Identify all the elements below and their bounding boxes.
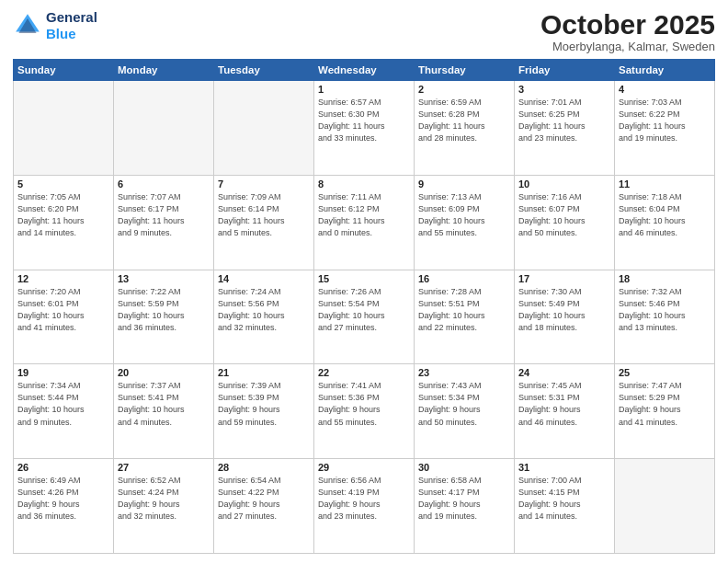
day-info: Sunrise: 7:01 AMSunset: 6:25 PMDaylight:… [518,97,610,144]
day-cell: 16Sunrise: 7:28 AMSunset: 5:51 PMDayligh… [415,270,515,364]
day-number: 18 [619,273,711,284]
day-info: Sunrise: 7:45 AMSunset: 5:31 PMDaylight:… [518,380,610,428]
weekday-header-saturday: Saturday [615,60,715,81]
day-cell: 14Sunrise: 7:24 AMSunset: 5:56 PMDayligh… [214,270,314,364]
day-cell: 30Sunrise: 6:58 AMSunset: 4:17 PMDayligh… [415,459,515,554]
day-info: Sunrise: 7:22 AMSunset: 5:59 PMDaylight:… [118,286,210,334]
day-number: 7 [218,178,310,190]
day-info: Sunrise: 7:43 AMSunset: 5:34 PMDaylight:… [418,380,510,428]
day-number: 24 [518,367,610,378]
day-info: Sunrise: 7:47 AMSunset: 5:29 PMDaylight:… [619,380,711,428]
day-number: 2 [418,84,510,95]
day-cell: 18Sunrise: 7:32 AMSunset: 5:46 PMDayligh… [615,270,715,364]
day-info: Sunrise: 7:11 AMSunset: 6:12 PMDaylight:… [318,191,410,239]
day-cell: 17Sunrise: 7:30 AMSunset: 5:49 PMDayligh… [515,270,615,364]
week-row-2: 12Sunrise: 7:20 AMSunset: 6:01 PMDayligh… [14,270,715,364]
day-cell: 27Sunrise: 6:52 AMSunset: 4:24 PMDayligh… [114,459,214,554]
weekday-header-tuesday: Tuesday [214,60,314,81]
day-cell [214,81,314,176]
weekday-row: SundayMondayTuesdayWednesdayThursdayFrid… [14,60,715,81]
day-cell: 8Sunrise: 7:11 AMSunset: 6:12 PMDaylight… [314,175,415,270]
day-cell: 28Sunrise: 6:54 AMSunset: 4:22 PMDayligh… [214,459,314,554]
day-cell: 31Sunrise: 7:00 AMSunset: 4:15 PMDayligh… [515,459,615,554]
day-info: Sunrise: 6:54 AMSunset: 4:22 PMDaylight:… [218,475,310,523]
weekday-header-friday: Friday [515,60,615,81]
day-cell: 11Sunrise: 7:18 AMSunset: 6:04 PMDayligh… [615,175,715,270]
day-cell: 12Sunrise: 7:20 AMSunset: 6:01 PMDayligh… [14,270,114,364]
day-number: 27 [118,462,210,473]
logo: General Blue [13,9,97,42]
day-info: Sunrise: 7:18 AMSunset: 6:04 PMDaylight:… [619,191,711,239]
day-cell [114,81,214,176]
weekday-header-wednesday: Wednesday [314,60,415,81]
day-cell: 2Sunrise: 6:59 AMSunset: 6:28 PMDaylight… [415,81,515,176]
day-cell: 26Sunrise: 6:49 AMSunset: 4:26 PMDayligh… [14,459,114,554]
day-info: Sunrise: 7:24 AMSunset: 5:56 PMDaylight:… [218,286,310,334]
month-title: October 2025 [540,9,715,40]
day-info: Sunrise: 7:34 AMSunset: 5:44 PMDaylight:… [17,380,109,428]
day-cell: 25Sunrise: 7:47 AMSunset: 5:29 PMDayligh… [615,364,715,459]
week-row-0: 1Sunrise: 6:57 AMSunset: 6:30 PMDaylight… [14,81,715,176]
day-number: 28 [218,462,310,473]
week-row-1: 5Sunrise: 7:05 AMSunset: 6:20 PMDaylight… [14,175,715,270]
day-info: Sunrise: 7:00 AMSunset: 4:15 PMDaylight:… [518,475,610,523]
day-info: Sunrise: 7:05 AMSunset: 6:20 PMDaylight:… [17,191,109,239]
day-info: Sunrise: 6:59 AMSunset: 6:28 PMDaylight:… [418,97,510,144]
day-info: Sunrise: 7:37 AMSunset: 5:41 PMDaylight:… [118,380,210,428]
day-number: 26 [17,462,109,473]
day-info: Sunrise: 7:13 AMSunset: 6:09 PMDaylight:… [418,191,510,239]
day-cell [615,459,715,554]
day-info: Sunrise: 6:52 AMSunset: 4:24 PMDaylight:… [118,475,210,523]
day-info: Sunrise: 7:09 AMSunset: 6:14 PMDaylight:… [218,191,310,239]
day-info: Sunrise: 7:07 AMSunset: 6:17 PMDaylight:… [118,191,210,239]
day-number: 25 [619,367,711,378]
day-number: 5 [17,178,109,190]
day-info: Sunrise: 6:49 AMSunset: 4:26 PMDaylight:… [17,475,109,523]
day-cell: 23Sunrise: 7:43 AMSunset: 5:34 PMDayligh… [415,364,515,459]
day-cell: 19Sunrise: 7:34 AMSunset: 5:44 PMDayligh… [14,364,114,459]
day-info: Sunrise: 7:03 AMSunset: 6:22 PMDaylight:… [619,97,711,144]
day-number: 13 [118,273,210,284]
page: General Blue October 2025 Moerbylanga, K… [0,0,728,563]
calendar-header: SundayMondayTuesdayWednesdayThursdayFrid… [14,60,715,81]
logo-icon [13,11,42,40]
day-number: 15 [318,273,410,284]
day-number: 21 [218,367,310,378]
day-number: 12 [17,273,109,284]
day-number: 10 [518,178,610,190]
day-info: Sunrise: 7:41 AMSunset: 5:36 PMDaylight:… [318,380,410,428]
week-row-3: 19Sunrise: 7:34 AMSunset: 5:44 PMDayligh… [14,364,715,459]
day-cell: 13Sunrise: 7:22 AMSunset: 5:59 PMDayligh… [114,270,214,364]
day-cell: 9Sunrise: 7:13 AMSunset: 6:09 PMDaylight… [415,175,515,270]
day-number: 30 [418,462,510,473]
day-number: 1 [318,84,410,95]
day-number: 16 [418,273,510,284]
day-info: Sunrise: 7:20 AMSunset: 6:01 PMDaylight:… [17,286,109,334]
day-info: Sunrise: 6:58 AMSunset: 4:17 PMDaylight:… [418,475,510,523]
day-cell: 15Sunrise: 7:26 AMSunset: 5:54 PMDayligh… [314,270,415,364]
day-number: 19 [17,367,109,378]
day-cell: 10Sunrise: 7:16 AMSunset: 6:07 PMDayligh… [515,175,615,270]
day-number: 14 [218,273,310,284]
day-number: 23 [418,367,510,378]
day-cell: 1Sunrise: 6:57 AMSunset: 6:30 PMDaylight… [314,81,415,176]
day-cell: 22Sunrise: 7:41 AMSunset: 5:36 PMDayligh… [314,364,415,459]
weekday-header-monday: Monday [114,60,214,81]
day-info: Sunrise: 7:30 AMSunset: 5:49 PMDaylight:… [518,286,610,334]
day-number: 8 [318,178,410,190]
day-cell [14,81,114,176]
day-cell: 20Sunrise: 7:37 AMSunset: 5:41 PMDayligh… [114,364,214,459]
day-number: 6 [118,178,210,190]
day-info: Sunrise: 6:56 AMSunset: 4:19 PMDaylight:… [318,475,410,523]
day-cell: 7Sunrise: 7:09 AMSunset: 6:14 PMDaylight… [214,175,314,270]
day-number: 31 [518,462,610,473]
week-row-4: 26Sunrise: 6:49 AMSunset: 4:26 PMDayligh… [14,459,715,554]
day-number: 22 [318,367,410,378]
day-cell: 6Sunrise: 7:07 AMSunset: 6:17 PMDaylight… [114,175,214,270]
location: Moerbylanga, Kalmar, Sweden [540,40,715,53]
day-number: 9 [418,178,510,190]
day-number: 17 [518,273,610,284]
title-area: October 2025 Moerbylanga, Kalmar, Sweden [540,9,715,53]
day-cell: 4Sunrise: 7:03 AMSunset: 6:22 PMDaylight… [615,81,715,176]
day-cell: 24Sunrise: 7:45 AMSunset: 5:31 PMDayligh… [515,364,615,459]
